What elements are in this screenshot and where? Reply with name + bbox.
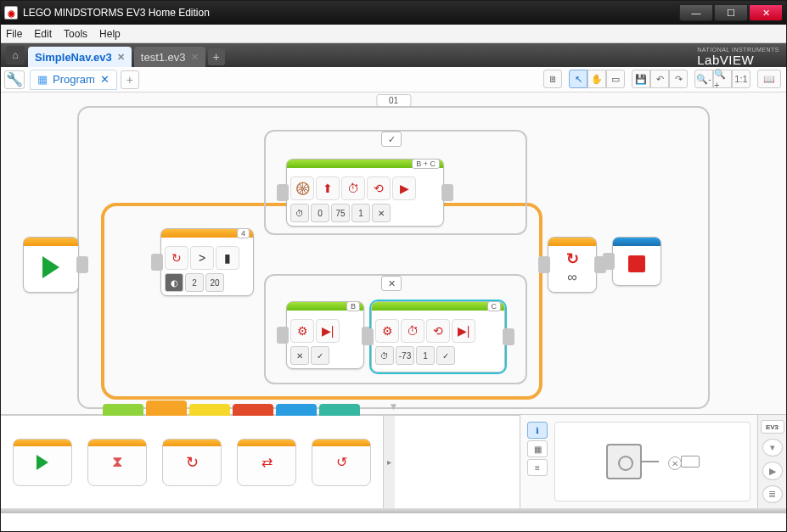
switch-false-tab[interactable]: ✕ [381,276,402,291]
menu-file[interactable]: File [6,28,22,40]
palette-tab-sensor[interactable] [189,404,230,416]
motor-icon: ⚙ [290,319,314,343]
close-program-tab-icon[interactable]: ✕ [100,73,110,86]
program-icon: ▦ [37,73,48,86]
brake-icon: ▶ [392,176,416,200]
switch-port-label[interactable]: 4 [237,228,250,238]
large-motor-b-block[interactable]: B ⚙ ▶| ✕ ✓ [286,301,364,369]
palette-loop-interrupt-block[interactable]: ↺ [312,439,371,486]
add-project-tab-button[interactable]: + [208,48,225,65]
add-program-tab-button[interactable]: + [121,70,139,89]
sequence-label: 01 [376,94,411,107]
palette-tab-data[interactable] [233,404,273,416]
palette-category-tabs [103,404,360,416]
mode-selector[interactable]: ◐ [165,273,183,292]
hw-tab-info[interactable]: ℹ [527,422,548,439]
maximize-button[interactable]: ☐ [714,4,748,21]
project-properties-button[interactable]: 🔧 [4,70,25,89]
close-button[interactable]: ✕ [749,4,783,21]
close-tab-icon[interactable]: ✕ [191,52,199,63]
zoom-out-button[interactable]: 🔍- [694,70,713,88]
program-tab[interactable]: ▦ Program ✕ [30,70,117,90]
power-gauge-icon: ⏱ [401,319,424,343]
motor-b-mode[interactable]: ✕ [290,346,309,365]
program-tab-row: 🔧 ▦ Program ✕ + 🗎 ↖ ✋ ▭ 💾 ↶ ↷ 🔍- 🔍+ 1:1 [1,67,786,92]
switch-mode-icon[interactable]: ↻ [165,246,188,270]
project-tab-row: ⌂ SimpleNav.ev3 ✕ test1.ev3 ✕ + NATIONAL… [1,43,786,67]
palette-tab-myblocks[interactable] [319,404,360,416]
menu-help[interactable]: Help [99,28,121,40]
switch-param-2[interactable]: 20 [205,273,224,292]
motor-c-brake[interactable]: ✓ [436,346,455,365]
project-tab-label: SimpleNav.ev3 [35,51,112,64]
zoom-fit-button[interactable]: 1:1 [732,70,750,88]
project-tab-simplenav[interactable]: SimpleNav.ev3 ✕ [28,47,132,67]
undo-button[interactable]: ↶ [650,70,669,88]
download-button[interactable]: ▾ [762,439,783,456]
hw-tab-ports[interactable]: ▦ [527,440,548,457]
motor-b-brake[interactable]: ✓ [311,346,329,365]
palette-switch-block[interactable]: ⇄ [237,439,296,486]
brake-param[interactable]: ✕ [372,204,391,222]
window-title: LEGO MINDSTORMS EV3 Home Edition [23,7,678,19]
app-icon: ◉ [4,6,18,20]
labview-logo: NATIONAL INSTRUMENTS LabVIEW [697,47,779,67]
pan-tool-button[interactable]: ✋ [587,70,606,88]
motor-icon: ⚙ [375,319,399,343]
home-tab-icon[interactable]: ⌂ [6,46,25,64]
direction-icon: ⬆ [316,176,340,200]
sensor-icon: ▮ [216,246,239,270]
rotations-param[interactable]: 1 [351,204,370,222]
power-gauge-icon: ⏱ [341,176,365,200]
brick-icon [606,444,642,479]
palette-tab-flow[interactable] [146,400,187,416]
palette-tab-action[interactable] [103,404,143,416]
motor-c-power[interactable]: -73 [396,346,414,365]
loop-end-block[interactable]: ↻ ∞ [548,237,597,293]
move-steering-block[interactable]: B + C 🛞 ⬆ ⏱ ⟲ ▶ ⏱ 0 75 1 ✕ [286,159,444,227]
steering-wheel-icon: 🛞 [290,176,314,200]
motor-c-mode[interactable]: ⏱ [375,346,394,365]
start-block[interactable] [23,237,79,293]
brake-icon: ▶| [452,319,475,343]
redo-button[interactable]: ↷ [669,70,688,88]
switch-param-1[interactable]: 2 [185,273,204,292]
switch-block[interactable]: 4 ↻ > ▮ ◐ 2 20 [160,228,254,296]
pointer-tool-button[interactable]: ↖ [569,70,587,88]
mode-selector[interactable]: ⏱ [290,204,309,222]
hw-tab-bricks[interactable]: ≡ [527,459,548,476]
rotations-icon: ⟲ [426,319,450,343]
menu-edit[interactable]: Edit [34,28,52,40]
comment-tool-button[interactable]: ▭ [606,70,625,88]
project-tab-test1[interactable]: test1.ev3 ✕ [134,47,205,67]
motor-c-port-label[interactable]: C [487,301,502,311]
move-port-label[interactable]: B + C [412,159,440,169]
palette-loop-block[interactable]: ↻ [162,439,222,486]
menu-tools[interactable]: Tools [64,28,87,40]
scroll-down-icon[interactable]: ▼ [389,400,399,412]
motor-b-port-label[interactable]: B [346,301,360,311]
content-editor-button[interactable]: 📖 [757,70,781,88]
palette-tab-advanced[interactable] [276,404,317,416]
document-button[interactable]: 🗎 [543,70,562,88]
infinity-icon[interactable]: ∞ [567,270,576,285]
close-tab-icon[interactable]: ✕ [117,52,125,63]
motor-c-rotations[interactable]: 1 [416,346,435,365]
palette-wait-block[interactable]: ⧗ [87,439,147,486]
loop-interrupt-block[interactable] [612,237,661,286]
switch-true-tab[interactable]: ✓ [381,132,402,147]
steering-param[interactable]: 0 [311,204,329,222]
play-icon [42,256,59,278]
large-motor-c-block[interactable]: C ⚙ ⏱ ⟲ ▶| ⏱ -73 1 ✓ [371,301,505,372]
palette-expand-button[interactable]: ▸ [383,416,395,508]
zoom-in-button[interactable]: 🔍+ [713,70,732,88]
palette-start-block[interactable] [13,439,72,486]
run-selected-button[interactable]: ≣ [762,485,783,503]
power-param[interactable]: 75 [331,204,350,222]
program-canvas[interactable]: 01 4 ↻ > ▮ ◐ 2 2 [1,92,786,415]
minimize-button[interactable]: — [679,4,713,21]
save-button[interactable]: 💾 [632,70,650,88]
stop-icon [628,255,645,272]
usb-icon [681,456,700,468]
run-button[interactable]: ▶ [762,462,783,479]
